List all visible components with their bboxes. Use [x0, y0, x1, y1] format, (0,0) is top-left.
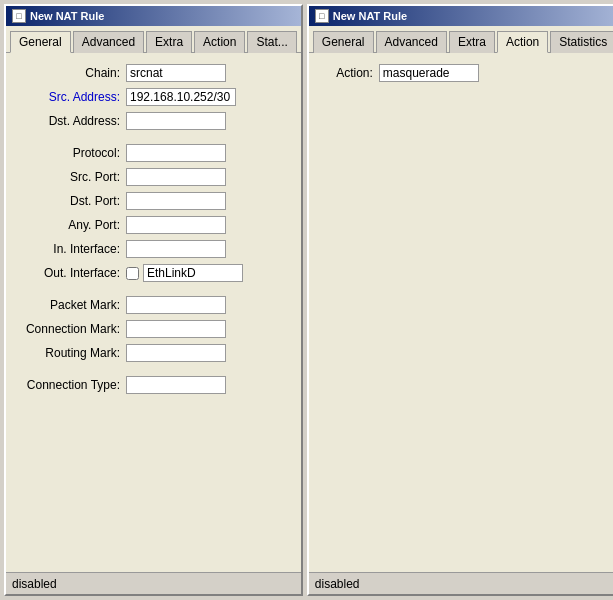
- connection-mark-row: Connection Mark:: [16, 319, 291, 339]
- left-tab-extra[interactable]: Extra: [146, 31, 192, 53]
- packet-mark-label: Packet Mark:: [16, 298, 126, 312]
- routing-mark-label: Routing Mark:: [16, 346, 126, 360]
- chain-input[interactable]: [126, 64, 226, 82]
- any-port-label: Any. Port:: [16, 218, 126, 232]
- dst-address-label: Dst. Address:: [16, 114, 126, 128]
- action-row: Action:: [319, 63, 610, 83]
- left-tab-action[interactable]: Action: [194, 31, 245, 53]
- right-window: □ New NAT Rule General Advanced Extra Ac…: [307, 4, 613, 596]
- any-port-input[interactable]: [126, 216, 226, 234]
- dst-port-label: Dst. Port:: [16, 194, 126, 208]
- out-interface-input[interactable]: [143, 264, 243, 282]
- action-input[interactable]: [379, 64, 479, 82]
- chain-label: Chain:: [16, 66, 126, 80]
- right-window-title: New NAT Rule: [333, 10, 407, 22]
- out-interface-label: Out. Interface:: [16, 266, 126, 280]
- packet-mark-row: Packet Mark:: [16, 295, 291, 315]
- src-port-input[interactable]: [126, 168, 226, 186]
- connection-type-input[interactable]: [126, 376, 226, 394]
- connection-mark-label: Connection Mark:: [16, 322, 126, 336]
- connection-type-label: Connection Type:: [16, 378, 126, 392]
- left-statusbar: disabled: [6, 572, 301, 594]
- dst-address-row: Dst. Address:: [16, 111, 291, 131]
- left-window-icon: □: [12, 9, 26, 23]
- routing-mark-input[interactable]: [126, 344, 226, 362]
- left-tab-advanced[interactable]: Advanced: [73, 31, 144, 53]
- src-port-label: Src. Port:: [16, 170, 126, 184]
- right-tab-advanced[interactable]: Advanced: [376, 31, 447, 53]
- right-tab-bar: General Advanced Extra Action Statistics: [309, 26, 613, 53]
- out-interface-container: [126, 264, 243, 282]
- right-status-text: disabled: [315, 577, 360, 591]
- protocol-row: Protocol:: [16, 143, 291, 163]
- right-tab-general[interactable]: General: [313, 31, 374, 53]
- right-tab-statistics[interactable]: Statistics: [550, 31, 613, 53]
- src-address-label: Src. Address:: [16, 90, 126, 104]
- left-status-text: disabled: [12, 577, 57, 591]
- protocol-label: Protocol:: [16, 146, 126, 160]
- out-interface-checkbox[interactable]: [126, 267, 139, 280]
- action-label: Action:: [319, 66, 379, 80]
- left-tab-general[interactable]: General: [10, 31, 71, 53]
- any-port-row: Any. Port:: [16, 215, 291, 235]
- right-statusbar: disabled: [309, 572, 613, 594]
- in-interface-input[interactable]: [126, 240, 226, 258]
- connection-mark-input[interactable]: [126, 320, 226, 338]
- right-titlebar: □ New NAT Rule: [309, 6, 613, 26]
- chain-row: Chain:: [16, 63, 291, 83]
- right-content: Action:: [309, 53, 613, 572]
- right-tab-extra[interactable]: Extra: [449, 31, 495, 53]
- src-address-input[interactable]: [126, 88, 236, 106]
- in-interface-row: In. Interface:: [16, 239, 291, 259]
- in-interface-label: In. Interface:: [16, 242, 126, 256]
- out-interface-row: Out. Interface:: [16, 263, 291, 283]
- left-tab-stat[interactable]: Stat...: [247, 31, 296, 53]
- right-window-icon: □: [315, 9, 329, 23]
- routing-mark-row: Routing Mark:: [16, 343, 291, 363]
- dst-port-row: Dst. Port:: [16, 191, 291, 211]
- left-tab-bar: General Advanced Extra Action Stat...: [6, 26, 301, 53]
- right-tab-action[interactable]: Action: [497, 31, 548, 53]
- left-titlebar: □ New NAT Rule: [6, 6, 301, 26]
- left-content: Chain: Src. Address: Dst. Address: Proto…: [6, 53, 301, 572]
- dst-port-input[interactable]: [126, 192, 226, 210]
- packet-mark-input[interactable]: [126, 296, 226, 314]
- left-window-title: New NAT Rule: [30, 10, 104, 22]
- left-window: □ New NAT Rule General Advanced Extra Ac…: [4, 4, 303, 596]
- connection-type-row: Connection Type:: [16, 375, 291, 395]
- src-port-row: Src. Port:: [16, 167, 291, 187]
- dst-address-input[interactable]: [126, 112, 226, 130]
- protocol-input[interactable]: [126, 144, 226, 162]
- src-address-row: Src. Address:: [16, 87, 291, 107]
